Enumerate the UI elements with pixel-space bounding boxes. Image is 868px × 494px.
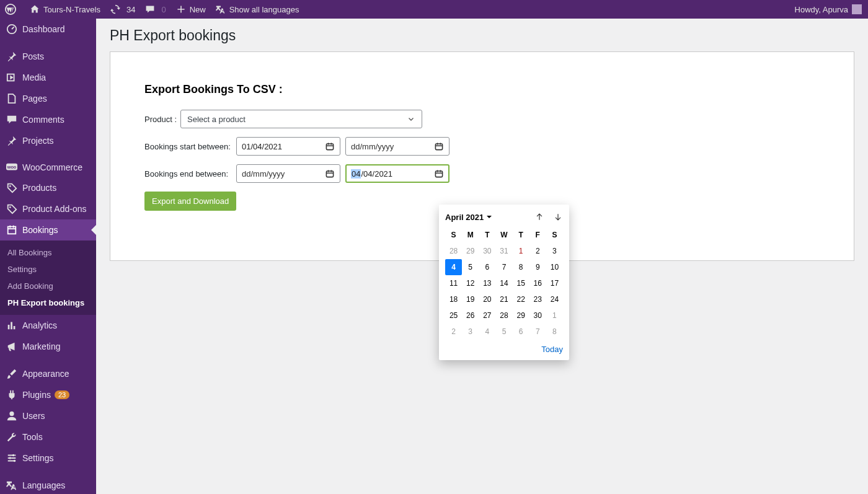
product-select[interactable]: Select a product [180, 110, 422, 128]
translate-icon [6, 480, 17, 491]
datepicker-day[interactable]: 7 [495, 259, 512, 275]
datepicker-day[interactable]: 22 [513, 291, 529, 307]
new-link[interactable]: New [171, 0, 211, 19]
main-content: PH Export bookings Export Bookings To CS… [96, 19, 868, 494]
start-label: Bookings start between: [144, 142, 236, 151]
datepicker-day[interactable]: 6 [479, 259, 495, 275]
end-to-date[interactable]: 04/04/2021 [345, 164, 450, 183]
datepicker-day[interactable]: 4 [479, 324, 495, 340]
datepicker-dow: S [445, 227, 462, 243]
menu-users[interactable]: Users [0, 405, 96, 426]
datepicker-day[interactable]: 25 [445, 307, 462, 324]
datepicker-day[interactable]: 7 [529, 324, 546, 340]
datepicker-day[interactable]: 12 [462, 275, 479, 291]
datepicker-day[interactable]: 8 [546, 324, 563, 340]
tag-icon [6, 203, 17, 214]
datepicker-month-selector[interactable]: April 2021 [445, 213, 492, 222]
datepicker-today[interactable]: Today [541, 345, 563, 354]
datepicker-day[interactable]: 5 [495, 324, 512, 340]
svg-rect-15 [435, 171, 442, 177]
submenu-add-booking[interactable]: Add Booking [0, 278, 96, 294]
datepicker-day[interactable]: 23 [529, 291, 546, 307]
menu-analytics[interactable]: Analytics [0, 315, 96, 336]
datepicker-day[interactable]: 24 [546, 291, 563, 307]
menu-languages[interactable]: Languages [0, 475, 96, 494]
start-from-value: 01/04/2021 [242, 142, 282, 151]
datepicker-day[interactable]: 29 [462, 243, 479, 259]
menu-projects[interactable]: Projects [0, 130, 96, 151]
datepicker-day[interactable]: 27 [479, 307, 495, 324]
datepicker-day[interactable]: 6 [513, 324, 529, 340]
menu-tools[interactable]: Tools [0, 426, 96, 448]
datepicker-day[interactable]: 3 [546, 243, 563, 259]
menu-comments[interactable]: Comments [0, 109, 96, 130]
menu-bookings[interactable]: Bookings [0, 219, 96, 240]
datepicker-day[interactable]: 2 [445, 324, 462, 340]
datepicker-day[interactable]: 5 [462, 259, 479, 275]
menu-appearance[interactable]: Appearance [0, 363, 96, 384]
submenu-all-bookings[interactable]: All Bookings [0, 244, 96, 261]
datepicker-day[interactable]: 1 [513, 243, 529, 259]
datepicker-day[interactable]: 14 [495, 275, 512, 291]
datepicker-day[interactable]: 26 [462, 307, 479, 324]
datepicker-day[interactable]: 9 [529, 259, 546, 275]
datepicker-day[interactable]: 13 [479, 275, 495, 291]
datepicker-day[interactable]: 15 [513, 275, 529, 291]
menu-settings[interactable]: Settings [0, 448, 96, 469]
datepicker-day[interactable]: 16 [529, 275, 546, 291]
datepicker-day[interactable]: 19 [462, 291, 479, 307]
wp-logo[interactable] [0, 0, 25, 19]
menu-pages[interactable]: Pages [0, 88, 96, 109]
submenu-settings[interactable]: Settings [0, 261, 96, 278]
svg-rect-12 [326, 144, 333, 150]
start-from-date[interactable]: 01/04/2021 [236, 137, 340, 156]
sliders-icon [6, 452, 17, 464]
submenu-export[interactable]: PH Export bookings [0, 294, 96, 311]
menu-woocommerce[interactable]: woo WooCommerce [0, 157, 96, 177]
datepicker-day[interactable]: 10 [546, 259, 563, 275]
datepicker-day[interactable]: 29 [513, 307, 529, 324]
site-link[interactable]: Tours-N-Travels [25, 0, 105, 19]
calendar-icon [6, 224, 17, 236]
adminbar: Tours-N-Travels 34 0 New Show all langua… [0, 0, 868, 19]
home-icon [30, 4, 40, 14]
datepicker-dow: T [479, 227, 495, 243]
languages-link[interactable]: Show all languages [211, 0, 304, 19]
export-button[interactable]: Export and Download [144, 192, 236, 211]
datepicker-day[interactable]: 18 [445, 291, 462, 307]
datepicker-day[interactable]: 2 [529, 243, 546, 259]
comments-link[interactable]: 0 [140, 0, 170, 19]
datepicker-prev[interactable] [534, 212, 544, 222]
menu-product-addons[interactable]: Product Add-ons [0, 198, 96, 219]
datepicker-day[interactable]: 8 [513, 259, 529, 275]
datepicker-day[interactable]: 31 [495, 243, 512, 259]
datepicker-day[interactable]: 28 [495, 307, 512, 324]
updates-count: 34 [126, 5, 135, 14]
menu-marketing[interactable]: Marketing [0, 336, 96, 357]
menu-plugins[interactable]: Plugins 23 [0, 384, 96, 405]
account-link[interactable]: Howdy, Apurva [795, 4, 862, 14]
menu-posts[interactable]: Posts [0, 46, 96, 67]
datepicker-next[interactable] [553, 212, 563, 222]
datepicker-day[interactable]: 17 [546, 275, 563, 291]
end-from-date[interactable]: dd/mm/yyyy [236, 164, 340, 183]
menu-media[interactable]: Media [0, 67, 96, 88]
datepicker-day[interactable]: 11 [445, 275, 462, 291]
datepicker-day[interactable]: 30 [529, 307, 546, 324]
datepicker-day[interactable]: 30 [479, 243, 495, 259]
end-from-placeholder: dd/mm/yyyy [242, 169, 285, 179]
datepicker-day[interactable]: 1 [546, 307, 563, 324]
menu-dashboard[interactable]: Dashboard [0, 19, 96, 40]
menu-products[interactable]: Products [0, 177, 96, 198]
datepicker-day[interactable]: 3 [462, 324, 479, 340]
product-label: Product : [144, 115, 180, 124]
datepicker-day[interactable]: 4 [445, 259, 462, 275]
svg-point-5 [9, 185, 11, 187]
datepicker-day[interactable]: 28 [445, 243, 462, 259]
new-label: New [190, 5, 206, 14]
datepicker-day[interactable]: 20 [479, 291, 495, 307]
datepicker-day[interactable]: 21 [495, 291, 512, 307]
updates-link[interactable]: 34 [105, 0, 140, 19]
svg-rect-7 [8, 227, 16, 234]
start-to-date[interactable]: dd/mm/yyyy [345, 137, 450, 156]
